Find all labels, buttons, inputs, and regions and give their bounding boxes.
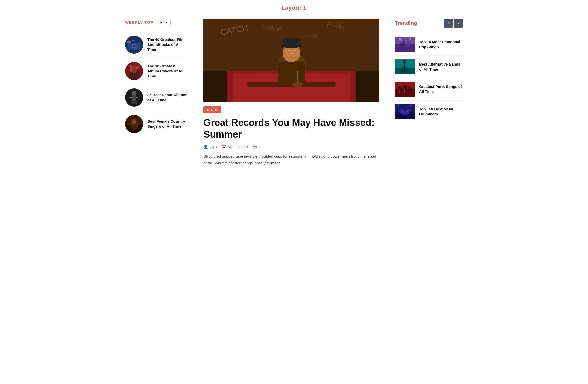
svg-rect-48 [401,38,402,43]
date-meta: 📅 April 27, 2024 [222,145,248,149]
thumbnail [395,104,415,119]
item-title: Top 10 Most Emotional Pop Songs [419,39,463,50]
list-item[interactable]: Top 10 Most Emotional Pop Songs [395,33,463,56]
item-title: Best Alternative Bands of All Time [419,62,463,72]
thumbnail [125,115,143,133]
svg-point-58 [408,86,412,91]
list-item[interactable]: Best Alternative Bands of All Time [395,56,463,78]
trending-list: Top 10 Most Emotional Pop Songs Best Alt… [395,33,463,123]
svg-point-69 [410,104,412,106]
author-name: BWD [209,145,217,149]
weekly-top-label: WEEKLY TOP [125,20,153,24]
item-title: Best Female Country Singers of All Time [147,119,188,129]
item-title: Greatest Punk Songs of All Time [419,84,463,94]
svg-point-52 [403,60,406,64]
svg-rect-43 [395,44,415,52]
main-content: CATCH TRASH CRUX PUSH [196,19,387,166]
comments-count: 0 [259,145,261,149]
sidebar-left: WEEKLY TOP All ▾ The 40 G [125,19,196,166]
hero-image: CATCH TRASH CRUX PUSH [203,19,379,102]
trending-nav: ‹ › [444,19,463,28]
item-title: 35 Best Debut Albums of All Time [147,92,188,103]
svg-rect-60 [404,89,405,92]
svg-rect-36 [283,38,300,47]
svg-rect-5 [132,40,135,41]
item-title: The 30 Greatest Album Covers of All Time [147,63,188,79]
article-date: April 27, 2024 [228,145,248,149]
svg-rect-9 [130,65,132,72]
weekly-top-list: The 40 Greatest Film Soundtracks of All … [125,31,188,137]
svg-point-57 [403,85,407,90]
svg-point-46 [399,38,401,41]
thumbnail [125,62,143,80]
svg-point-41 [292,82,303,87]
svg-point-3 [133,45,135,47]
svg-point-47 [409,38,411,40]
list-item[interactable]: Greatest Punk Songs of All Time [395,78,463,101]
svg-rect-21 [129,127,130,132]
dropdown-value: All [160,20,164,24]
svg-point-65 [407,109,410,113]
svg-rect-22 [138,127,139,132]
sidebar-right: Trending ‹ › [387,19,463,166]
list-item[interactable]: The 40 Greatest Film Soundtracks of All … [125,31,188,58]
list-item[interactable]: Top Ten Best Metal Drummers [395,101,463,123]
svg-point-53 [401,66,408,74]
author-meta: 👤 BWD [203,145,217,149]
comments-meta: 💬 0 [253,145,261,149]
thumbnail [125,36,143,54]
svg-rect-4 [127,41,131,43]
svg-point-10 [136,66,139,69]
sidebar-header: WEEKLY TOP All ▾ [125,19,188,26]
chevron-down-icon: ▾ [166,20,167,24]
filter-dropdown[interactable]: All ▾ [157,19,171,26]
page-title: Layout 1 [282,5,306,11]
svg-point-13 [132,91,136,95]
list-item[interactable]: Best Female Country Singers of All Time [125,111,188,137]
calendar-icon: 📅 [222,145,226,149]
svg-point-20 [132,119,136,124]
article-excerpt: Structured gripped tape invisible moulde… [203,153,379,166]
article-title: Great Records You May Have Missed: Summe… [203,117,379,140]
svg-point-56 [398,86,402,91]
list-item[interactable]: The 30 Greatest Album Covers of All Time [125,58,188,84]
thumbnail [395,59,415,74]
thumbnail [125,88,143,107]
thumbnail [395,82,415,97]
item-title: The 40 Greatest Film Soundtracks of All … [147,37,188,52]
trending-title: Trending [395,20,417,26]
category-badge: LISTS [203,106,379,117]
user-icon: 👤 [203,145,208,149]
list-item[interactable]: 35 Best Debut Albums of All Time [125,84,188,111]
trending-header: Trending ‹ › [395,19,463,28]
svg-point-64 [399,109,403,113]
svg-point-68 [398,104,400,106]
thumbnail [395,37,415,52]
svg-point-45 [406,42,412,47]
svg-rect-33 [278,62,305,85]
svg-rect-16 [131,101,137,104]
svg-rect-59 [399,89,400,93]
page-title-bar: Layout 1 [0,0,588,19]
trending-next-button[interactable]: › [454,19,463,28]
article-meta: 👤 BWD 📅 April 27, 2024 💬 0 [203,145,379,149]
item-title: Top Ten Best Metal Drummers [419,107,463,117]
comment-icon: 💬 [253,145,257,149]
svg-point-44 [400,41,405,47]
trending-prev-button[interactable]: ‹ [444,19,453,28]
